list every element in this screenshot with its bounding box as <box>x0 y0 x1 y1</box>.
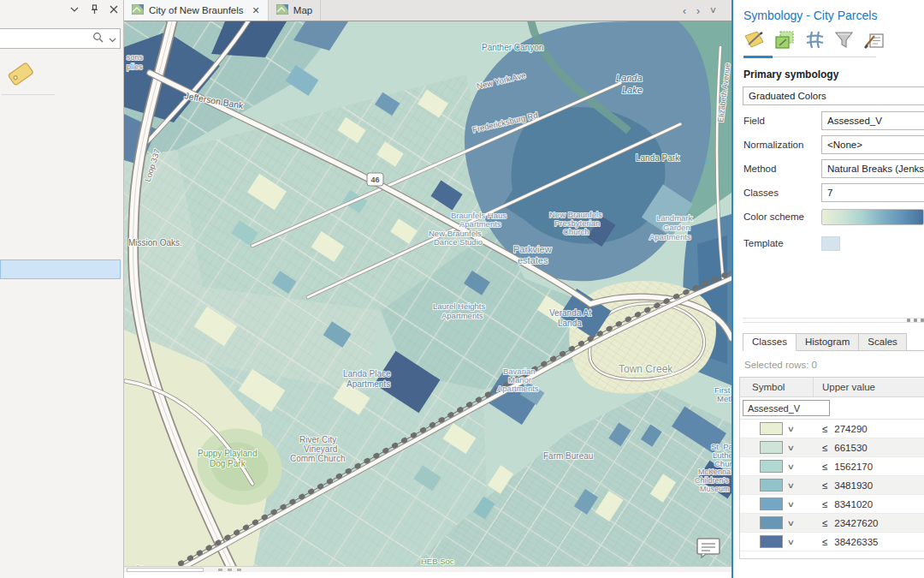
method-dropdown[interactable]: Natural Breaks (Jenks) <box>821 159 924 178</box>
field-filter-row: Assessed_V <box>740 397 924 420</box>
selected-layer-row[interactable] <box>0 259 121 279</box>
chevron-down-icon[interactable]: ∨ <box>787 519 795 527</box>
map-label: Landa <box>558 319 582 328</box>
tab-city-of-new-braunfels[interactable]: City of New Braunfels ✕ <box>124 0 269 21</box>
primary-symbology-icon[interactable] <box>743 30 765 53</box>
map-label: Lake <box>622 85 643 95</box>
chevron-down-icon[interactable]: ∨ <box>787 425 795 433</box>
tab-close-icon[interactable]: ✕ <box>252 5 260 16</box>
symbology-options: Field Assessed_V Normalization <None> Me… <box>743 111 924 253</box>
tab-list-icon[interactable]: ˅ <box>710 5 716 17</box>
map-canvas[interactable]: 46 sonspliesJefferson BankLoop 337Panthe… <box>124 21 732 572</box>
map-label: River City <box>299 435 336 444</box>
contents-pane-header <box>68 3 120 15</box>
class-swatch[interactable] <box>760 516 783 529</box>
contents-search[interactable] <box>0 28 121 49</box>
field-dropdown[interactable]: Assessed_V <box>821 111 924 130</box>
arcgis-pro-window: City of New Braunfels ✕ Map ‹ › ˅ <box>0 0 924 578</box>
statusbar-icons <box>218 569 241 571</box>
tab-navigation: ‹ › ˅ <box>683 0 716 21</box>
field-label: Field <box>743 116 821 126</box>
upper-value[interactable]: 274290 <box>834 424 867 434</box>
map-label: sons <box>127 53 144 62</box>
search-chevron-icon[interactable] <box>109 31 116 46</box>
symbology-type-dropdown[interactable]: Graduated Colors <box>743 86 924 105</box>
map-label: Dog Park <box>210 459 246 468</box>
tab-scroll-forward-icon[interactable]: › <box>696 5 700 17</box>
map-label: Farm Bureau <box>543 451 593 461</box>
map-label: Children's <box>695 476 729 485</box>
toolbar-underline <box>743 57 876 57</box>
pane-splitter[interactable] <box>743 318 924 323</box>
tab-histogram[interactable]: Histogram <box>797 333 859 351</box>
map-label: Landa Place <box>343 369 391 378</box>
symbol-layer-drawing-icon[interactable] <box>805 30 825 53</box>
classes-tabs: Classes Histogram Scales <box>743 333 924 351</box>
tab-classes[interactable]: Classes <box>743 333 797 351</box>
tab-scales[interactable]: Scales <box>859 333 907 351</box>
tab-scroll-back-icon[interactable]: ‹ <box>683 5 686 17</box>
class-row[interactable]: ∨ ≤1562170 <box>740 457 924 476</box>
map-label: Dance Studio <box>434 237 483 247</box>
chevron-down-icon[interactable]: ∨ <box>787 481 795 490</box>
template-swatch[interactable] <box>821 236 840 251</box>
upper-value[interactable]: 1562170 <box>834 462 873 472</box>
advanced-symbology-icon[interactable] <box>863 30 885 53</box>
map-view-area: City of New Braunfels ✕ Map ‹ › ˅ <box>124 0 732 578</box>
map-label: Panther Canyon <box>482 43 543 52</box>
class-swatch[interactable] <box>760 498 783 510</box>
color-scheme-swatch[interactable] <box>821 209 924 225</box>
chevron-down-icon[interactable]: ∨ <box>787 500 795 509</box>
table-header: Symbol Upper value <box>740 378 924 397</box>
class-swatch[interactable] <box>760 535 783 548</box>
class-swatch[interactable] <box>760 422 783 435</box>
upper-value[interactable]: 38426335 <box>834 537 878 547</box>
notification-bubble-icon[interactable] <box>696 537 721 562</box>
map-label: Comm Church <box>290 454 345 463</box>
normalization-dropdown[interactable]: <None> <box>821 135 924 154</box>
search-icon <box>92 31 104 46</box>
class-swatch[interactable] <box>760 479 783 492</box>
classes-dropdown[interactable]: 7 <box>821 183 924 202</box>
class-swatch[interactable] <box>760 460 783 473</box>
chevron-down-icon[interactable]: ∨ <box>787 444 795 452</box>
upper-value[interactable]: 8341020 <box>834 499 873 509</box>
map-label: Apartments <box>497 384 539 393</box>
splitter-grip-icon[interactable] <box>907 319 924 322</box>
contents-pane <box>0 0 124 578</box>
close-icon[interactable] <box>108 3 120 15</box>
search-input[interactable] <box>0 28 87 49</box>
map-label: Museum <box>700 485 730 493</box>
field-filter-input[interactable]: Assessed_V <box>743 400 830 416</box>
label-tag-icon[interactable] <box>5 58 36 92</box>
tab-map[interactable]: Map <box>269 0 321 21</box>
scale-input[interactable] <box>127 568 204 572</box>
upper-value[interactable]: 661530 <box>834 443 867 453</box>
vary-symbology-icon[interactable] <box>774 30 796 53</box>
method-label: Method <box>743 164 821 174</box>
upper-value[interactable]: 23427620 <box>834 518 878 528</box>
map-label: McKenna <box>698 468 731 476</box>
chevron-down-icon[interactable]: ∨ <box>787 462 795 471</box>
class-row[interactable]: ∨ ≤661530 <box>740 438 924 457</box>
column-upper-value[interactable]: Upper value <box>814 382 924 392</box>
map-label: estates <box>518 255 548 265</box>
classes-label: Classes <box>743 188 821 198</box>
column-symbol[interactable]: Symbol <box>740 378 814 396</box>
chevron-down-icon[interactable]: ∨ <box>787 538 795 546</box>
upper-value[interactable]: 3481930 <box>834 480 873 491</box>
selected-rows-text: Selected rows: 0 <box>744 360 924 370</box>
tab-label: City of New Braunfels <box>149 5 244 15</box>
class-row[interactable]: ∨ ≤3481930 <box>740 476 924 495</box>
class-row[interactable]: ∨ ≤274290 <box>740 420 924 438</box>
scale-based-symbology-icon[interactable] <box>834 30 854 53</box>
class-row[interactable]: ∨ ≤23427620 <box>740 514 924 533</box>
svg-text:46: 46 <box>370 176 379 184</box>
symbology-pane: Symbology - City Parcels Primary symbolo… <box>732 0 924 578</box>
map-label: Town Creek <box>619 363 673 375</box>
chevron-down-icon[interactable] <box>68 3 80 15</box>
class-row[interactable]: ∨ ≤8341020 <box>740 495 924 514</box>
pin-icon[interactable] <box>88 3 100 15</box>
class-swatch[interactable] <box>760 441 783 454</box>
class-row[interactable]: ∨ ≤38426335 <box>740 533 924 551</box>
